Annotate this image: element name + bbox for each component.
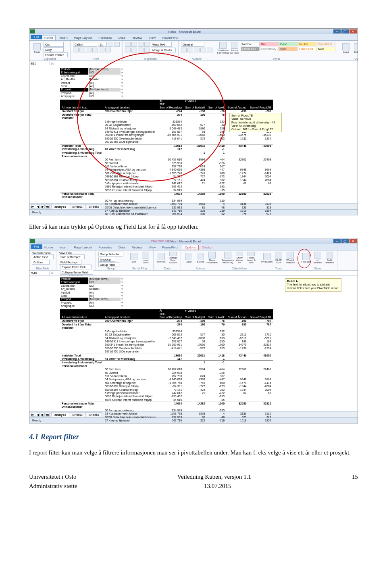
- tab-design[interactable]: Design: [200, 245, 215, 250]
- table-cell[interactable]: [60, 213, 103, 215]
- table-cell[interactable]: 424: [183, 179, 206, 182]
- table-cell[interactable]: Overført fra i fjor Total: [60, 323, 103, 327]
- table-cell[interactable]: [60, 120, 103, 123]
- table-cell[interactable]: [226, 395, 248, 398]
- sheet-nav-next[interactable]: ▶: [41, 204, 45, 209]
- table-cell[interactable]: 334 989: [158, 199, 184, 202]
- table-cell[interactable]: -35: [207, 398, 226, 402]
- field-headers-button[interactable]: Field Headers: [324, 252, 335, 264]
- filter-dropdown-icon[interactable]: ▾: [121, 281, 125, 284]
- table-cell[interactable]: 323: [248, 416, 273, 419]
- table-cell[interactable]: -76: [207, 319, 226, 323]
- table-cell[interactable]: [103, 151, 158, 155]
- table-cell[interactable]: 22468: [248, 368, 273, 371]
- table-cell[interactable]: [183, 199, 206, 202]
- table-cell[interactable]: -18614: [158, 354, 184, 357]
- table-cell[interactable]: -2 049 482: [158, 127, 184, 130]
- table-cell[interactable]: -335: [207, 199, 226, 202]
- table-cell[interactable]: [103, 361, 158, 365]
- filter-dropdown-icon[interactable]: ▾: [121, 288, 125, 291]
- table-cell[interactable]: -48: [207, 206, 226, 209]
- table-cell[interactable]: [103, 326, 158, 329]
- table-cell[interactable]: 1619: [226, 209, 248, 213]
- table-cell[interactable]: 4393: [183, 378, 206, 381]
- table-cell[interactable]: Investering & videresalg: [60, 357, 103, 361]
- table-cell[interactable]: [60, 378, 103, 381]
- table-cell[interactable]: 332: [207, 330, 226, 333]
- table-cell[interactable]: 54 Feriepenger, AGA og pensjon: [103, 378, 158, 381]
- column-header[interactable]: Art overført-innt-kost: [60, 106, 103, 109]
- expand-field-button[interactable]: Expand Entire Field: [60, 265, 92, 269]
- table-cell[interactable]: -43605: [248, 354, 273, 357]
- table-cell[interactable]: 323: [248, 206, 273, 209]
- table-cell[interactable]: 581 Offentlige refusjoner: [103, 172, 158, 175]
- table-cell[interactable]: 32826: [248, 402, 273, 406]
- table-cell[interactable]: 63: [248, 182, 273, 185]
- column-header[interactable]: Sum of Budsjett: [183, 316, 206, 319]
- table-cell[interactable]: -76: [207, 323, 226, 327]
- table-cell[interactable]: 32826: [248, 192, 273, 196]
- table-cell[interactable]: 9948: [226, 168, 248, 171]
- table-cell[interactable]: [248, 361, 273, 365]
- table-cell[interactable]: [248, 405, 273, 409]
- table-cell[interactable]: 159: [207, 127, 226, 130]
- summarize-button[interactable]: Summarize Values By: [223, 252, 233, 264]
- table-cell[interactable]: 30: [207, 333, 226, 336]
- table-cell[interactable]: -787: [248, 319, 273, 323]
- worksheet[interactable]: Field List The field list allows you to …: [29, 276, 358, 411]
- table-cell[interactable]: [60, 165, 103, 168]
- table-cell[interactable]: 390/341 Inntekt fra bevilgninger: [103, 343, 158, 346]
- table-cell[interactable]: 1854: [248, 419, 273, 422]
- tab-options[interactable]: Options: [182, 245, 199, 250]
- table-cell[interactable]: 242 612: [158, 182, 184, 185]
- table-cell[interactable]: [226, 199, 248, 202]
- table-cell[interactable]: [226, 326, 248, 329]
- table-cell[interactable]: [60, 416, 103, 419]
- table-cell[interactable]: [183, 120, 206, 123]
- table-cell[interactable]: -35332: [248, 133, 273, 137]
- column-header[interactable]: Sum of Avvik: [207, 316, 226, 319]
- table-cell[interactable]: [226, 155, 248, 158]
- table-cell[interactable]: Overført fra i fjor: [60, 110, 103, 113]
- table-cell[interactable]: -1 355 748: [158, 172, 184, 175]
- tab-data[interactable]: Data: [116, 245, 128, 250]
- filter-dropdown-icon[interactable]: ▾: [121, 304, 125, 308]
- table-cell[interactable]: -1160: [207, 402, 226, 406]
- table-cell[interactable]: 5892/5894 Kostnad frikjøp: [103, 388, 158, 392]
- cell-styles-gallery[interactable]: NormalBadGoodNeutralCalculationCheck Cel…: [241, 42, 335, 51]
- column-header[interactable]: Sum of Budsjett: [183, 106, 206, 109]
- wrap-text-button[interactable]: Wrap Text: [151, 42, 172, 47]
- table-cell[interactable]: 332: [207, 120, 226, 123]
- table-cell[interactable]: 132 933: [158, 206, 184, 209]
- align-top-icon[interactable]: [125, 42, 131, 47]
- table-cell[interactable]: [226, 140, 248, 144]
- table-cell[interactable]: -1890: [183, 127, 206, 130]
- table-cell[interactable]: -1232: [226, 137, 248, 140]
- column-header[interactable]: Sum of Prog/LTB: [248, 316, 273, 319]
- table-cell[interactable]: -190: [226, 319, 248, 323]
- table-cell[interactable]: 30-32 Salgsinntekter: [103, 123, 158, 127]
- table-cell[interactable]: [226, 350, 248, 354]
- tab-file[interactable]: File: [31, 35, 42, 39]
- merge-center-button[interactable]: Merge & Center: [151, 48, 176, 52]
- table-cell[interactable]: 3 Øvrige inntekter: [103, 330, 158, 333]
- table-cell[interactable]: -673: [207, 385, 226, 388]
- table-cell[interactable]: -295: [207, 130, 226, 133]
- tab-insert[interactable]: Insert: [56, 245, 70, 250]
- table-cell[interactable]: 511 Variabel lønn: [103, 375, 158, 378]
- table-cell[interactable]: -673: [207, 175, 226, 178]
- filter-value[interactable]: Resultat: [88, 78, 121, 81]
- filter-value[interactable]: UiO: [88, 304, 121, 308]
- table-cell[interactable]: 357 867: [158, 130, 184, 133]
- tab-data[interactable]: Data: [116, 35, 128, 40]
- table-cell[interactable]: Investering & videresalg Total: [60, 361, 103, 365]
- column-header[interactable]: Sum of Prog/LTB: [248, 106, 273, 109]
- table-cell[interactable]: 581 Offentlige refusjoner: [103, 382, 158, 385]
- table-cell[interactable]: [60, 398, 103, 402]
- table-cell[interactable]: [207, 405, 226, 409]
- align-bot-icon[interactable]: [138, 42, 144, 47]
- table-cell[interactable]: 257 730: [158, 375, 184, 378]
- table-cell[interactable]: -5511: [226, 337, 248, 340]
- table-cell[interactable]: -2004: [248, 175, 273, 178]
- column-header[interactable]: Sum of Årsbud: [226, 106, 248, 109]
